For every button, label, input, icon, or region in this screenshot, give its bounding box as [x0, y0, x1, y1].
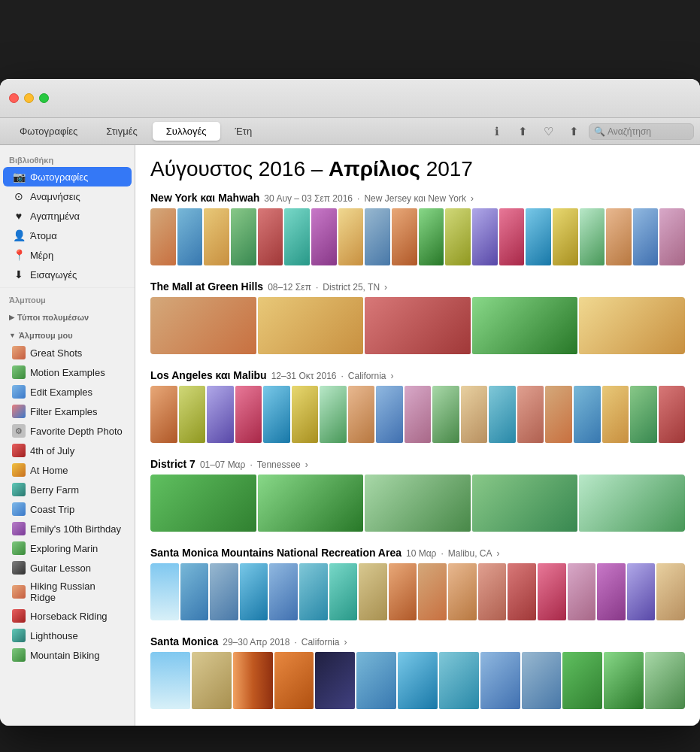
photo-cell[interactable]	[329, 563, 358, 620]
sidebar-item-exploring-marin[interactable]: Exploring Marin	[3, 538, 132, 558]
sidebar-item-people[interactable]: 👤 Άτομα	[3, 226, 132, 245]
event-sm-name[interactable]: Santa Monica	[150, 635, 218, 647]
photo-cell[interactable]	[235, 386, 262, 443]
event-mall-location[interactable]: District 25, TN	[323, 282, 380, 293]
sidebar-item-berry-farm[interactable]: Berry Farm	[3, 480, 132, 499]
share-button[interactable]: ⬆	[512, 121, 533, 142]
photo-cell[interactable]	[432, 386, 459, 443]
photo-cell[interactable]	[597, 563, 626, 620]
photo-cell[interactable]	[499, 208, 525, 265]
photo-cell[interactable]	[659, 386, 685, 443]
photo-cell[interactable]	[359, 563, 387, 620]
photo-cell[interactable]	[389, 563, 417, 620]
photo-cell[interactable]	[627, 563, 656, 620]
event-smm-chevron[interactable]: ›	[496, 548, 499, 559]
photo-cell[interactable]	[489, 386, 516, 443]
close-button[interactable]	[9, 93, 19, 103]
photo-cell[interactable]	[604, 652, 644, 709]
photo-cell[interactable]	[480, 652, 520, 709]
photo-cell[interactable]	[659, 208, 685, 265]
photo-cell[interactable]	[315, 652, 355, 709]
photo-cell[interactable]	[233, 652, 273, 709]
sidebar-item-favorites[interactable]: ♥ Αγαπημένα	[3, 206, 132, 226]
event-la-location[interactable]: California	[348, 371, 386, 381]
photo-cell[interactable]	[517, 386, 544, 443]
photo-cell[interactable]	[192, 652, 232, 709]
photo-cell[interactable]	[630, 386, 657, 443]
photo-cell[interactable]	[177, 208, 203, 265]
photo-cell[interactable]	[284, 208, 310, 265]
event-sm-location[interactable]: California	[302, 637, 340, 647]
photo-cell[interactable]	[645, 652, 685, 709]
photo-cell[interactable]	[258, 208, 283, 265]
photo-cell[interactable]	[568, 563, 596, 620]
tab-collections[interactable]: Συλλογές	[153, 122, 220, 141]
photo-cell[interactable]	[231, 208, 256, 265]
photo-cell[interactable]	[418, 563, 447, 620]
sidebar-item-emilys-birthday[interactable]: Emily's 10th Birthday	[3, 519, 132, 538]
photo-cell[interactable]	[258, 475, 364, 532]
photo-cell[interactable]	[574, 386, 601, 443]
export-button[interactable]: ⬆	[563, 121, 584, 142]
photo-cell[interactable]	[405, 386, 432, 443]
photo-cell[interactable]	[472, 297, 578, 354]
photo-cell[interactable]	[338, 208, 364, 265]
event-d7-location[interactable]: Tennessee	[257, 459, 301, 470]
photo-cell[interactable]	[553, 208, 578, 265]
photo-cell[interactable]	[356, 652, 396, 709]
photo-cell[interactable]	[580, 208, 605, 265]
tab-moments[interactable]: Στιγμές	[92, 122, 151, 141]
search-input[interactable]	[589, 123, 694, 140]
sidebar-item-mountain-biking[interactable]: Mountain Biking	[3, 645, 132, 665]
event-d7-name[interactable]: District 7	[150, 458, 195, 470]
photo-cell[interactable]	[398, 652, 438, 709]
minimize-button[interactable]	[24, 93, 34, 103]
photo-cell[interactable]	[562, 652, 602, 709]
photo-cell[interactable]	[472, 475, 578, 532]
media-types-group[interactable]: ▶ Τύποι πολυμέσων	[3, 310, 132, 325]
photo-cell[interactable]	[258, 297, 364, 354]
photo-cell[interactable]	[150, 386, 177, 443]
event-mall-chevron[interactable]: ›	[384, 282, 387, 293]
photo-cell[interactable]	[150, 297, 256, 354]
sidebar-item-imports[interactable]: ⬇ Εισαγωγές	[3, 265, 132, 284]
sidebar-item-horseback-riding[interactable]: Horseback Riding	[3, 606, 132, 626]
event-smm-location[interactable]: Malibu, CA	[448, 548, 492, 559]
photo-cell[interactable]	[180, 563, 209, 620]
sidebar-item-at-home[interactable]: At Home	[3, 460, 132, 480]
event-new-york-name[interactable]: New York και Mahwah	[150, 192, 259, 204]
event-new-york-chevron[interactable]: ›	[471, 193, 474, 204]
photo-cell[interactable]	[508, 563, 536, 620]
sidebar-item-lighthouse[interactable]: Lighthouse	[3, 626, 132, 645]
photo-cell[interactable]	[445, 208, 471, 265]
photo-cell[interactable]	[365, 208, 390, 265]
event-sm-chevron[interactable]: ›	[344, 637, 347, 647]
photo-cell[interactable]	[311, 208, 337, 265]
photo-cell[interactable]	[538, 563, 566, 620]
sidebar-item-guitar-lesson[interactable]: Guitar Lesson	[3, 558, 132, 578]
event-la-name[interactable]: Los Angeles και Malibu	[150, 369, 267, 381]
sidebar-item-great-shots[interactable]: Great Shots	[3, 343, 132, 362]
my-albums-group[interactable]: ▼ Άλμπουμ μου	[3, 328, 132, 343]
event-new-york-location[interactable]: New Jersey και New York	[364, 193, 466, 204]
sidebar-item-edit-examples[interactable]: Edit Examples	[3, 382, 132, 402]
photo-cell[interactable]	[150, 652, 190, 709]
photo-cell[interactable]	[439, 652, 479, 709]
event-smm-name[interactable]: Santa Monica Mountains National Recreati…	[150, 547, 402, 559]
sidebar-item-memories[interactable]: ⊙ Αναμνήσεις	[3, 186, 132, 206]
tab-years[interactable]: Έτη	[222, 122, 266, 141]
sidebar-item-favorite-depth-photo[interactable]: ⚙ Favorite Depth Photo	[3, 421, 132, 441]
sidebar-item-motion-examples[interactable]: Motion Examples	[3, 362, 132, 382]
photo-cell[interactable]	[320, 386, 347, 443]
photo-cell[interactable]	[240, 563, 268, 620]
maximize-button[interactable]	[39, 93, 49, 103]
photo-cell[interactable]	[210, 563, 238, 620]
photo-cell[interactable]	[461, 386, 488, 443]
sidebar-item-places[interactable]: 📍 Μέρη	[3, 245, 132, 265]
photo-cell[interactable]	[526, 208, 551, 265]
event-mall-name[interactable]: The Mall at Green Hills	[150, 280, 263, 293]
photo-cell[interactable]	[179, 386, 206, 443]
photo-cell[interactable]	[633, 208, 659, 265]
photo-cell[interactable]	[606, 208, 632, 265]
photo-cell[interactable]	[274, 652, 314, 709]
